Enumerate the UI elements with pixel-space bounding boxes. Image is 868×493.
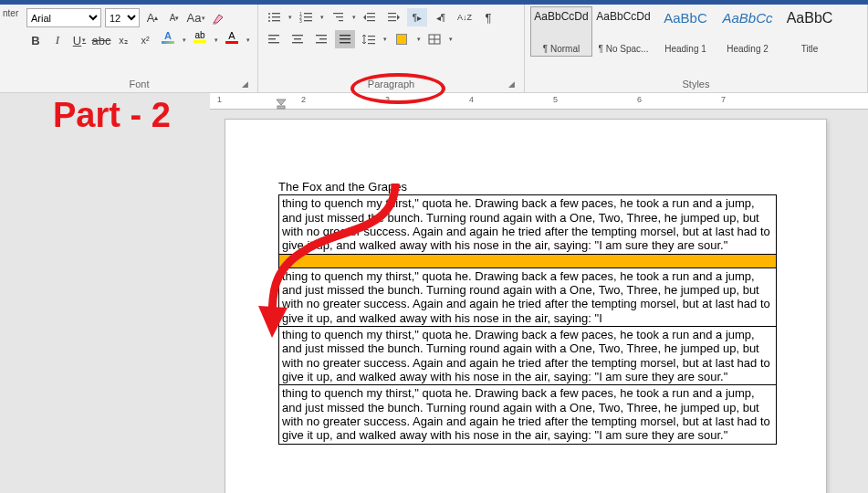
svg-point-4 (268, 20, 270, 22)
svg-rect-18 (388, 13, 396, 14)
bullets-dropdown[interactable]: ▾ (288, 14, 292, 21)
document-title: The Fox and the Grapes (278, 180, 777, 194)
svg-rect-17 (367, 20, 375, 21)
indent-marker-icon[interactable] (276, 99, 287, 110)
align-center-button[interactable] (288, 30, 308, 48)
numbering-button[interactable]: 123 (296, 8, 316, 26)
document-page[interactable]: The Fox and the Grapes thing to quench m… (225, 119, 827, 493)
svg-rect-7 (304, 13, 312, 14)
svg-rect-30 (340, 35, 350, 36)
svg-rect-16 (367, 16, 375, 17)
paragraph-cell-3[interactable]: thing to quench my thirst," quota he. Dr… (278, 326, 777, 384)
paragraph-cell-2[interactable]: thing to quench my thirst," quota he. Dr… (278, 267, 777, 326)
line-spacing-button[interactable] (359, 30, 379, 48)
italic-button[interactable]: I (48, 31, 67, 49)
align-justify-button[interactable] (335, 30, 355, 48)
grow-font-button[interactable]: A▴ (143, 9, 162, 27)
svg-rect-26 (292, 42, 303, 43)
svg-rect-13 (336, 16, 343, 17)
multilevel-dropdown[interactable]: ▾ (352, 14, 356, 21)
shading-button[interactable] (391, 30, 413, 48)
styles-group: AaBbCcDd¶ Normal AaBbCcDd¶ No Spac... Aa… (525, 5, 868, 92)
highlight-dropdown[interactable]: ▾ (214, 37, 218, 44)
font-size-select[interactable]: 12 (105, 8, 140, 27)
style-no-spacing[interactable]: AaBbCcDd¶ No Spac... (592, 6, 654, 57)
svg-rect-31 (340, 38, 350, 39)
increase-indent-button[interactable] (383, 8, 403, 26)
svg-rect-1 (272, 13, 280, 14)
svg-rect-29 (316, 42, 327, 43)
annotation-part-label: Part - 2 (53, 96, 171, 135)
bullets-button[interactable] (264, 8, 284, 26)
paragraph-cell-1[interactable]: thing to quench my thirst," quota he. Dr… (278, 194, 777, 253)
align-left-button[interactable] (264, 30, 284, 48)
svg-rect-39 (277, 106, 285, 109)
svg-point-0 (268, 13, 270, 15)
font-dialog-launcher[interactable]: ◢ (239, 79, 250, 90)
borders-dropdown[interactable]: ▾ (449, 36, 453, 43)
svg-rect-5 (272, 20, 280, 21)
font-color-dropdown[interactable]: ▾ (246, 37, 250, 44)
highlighted-empty-cell[interactable] (278, 254, 777, 267)
font-color-button[interactable]: A (222, 31, 242, 49)
svg-rect-23 (268, 42, 279, 43)
align-right-button[interactable] (311, 30, 331, 48)
paragraph-group: ▾ 123▾ ▾ ¶▸ ◂¶ A↓Z ¶ ▾ ▾ ▾ Paragraph (258, 5, 525, 92)
document-canvas: Part - 2 1 2 3 4 5 6 7 The Fox and the G… (0, 93, 868, 493)
numbering-dropdown[interactable]: ▾ (320, 14, 324, 21)
strikethrough-button[interactable]: abc (92, 31, 110, 49)
svg-text:3: 3 (299, 18, 302, 23)
svg-rect-14 (339, 20, 343, 21)
paragraph-cell-4[interactable]: thing to quench my thirst," quota he. Dr… (278, 384, 777, 444)
rtl-direction-button[interactable]: ◂¶ (431, 8, 451, 26)
show-marks-button[interactable]: ¶ (478, 8, 498, 26)
svg-rect-20 (388, 20, 396, 21)
svg-point-2 (268, 16, 270, 18)
shading-swatch-icon (396, 34, 407, 45)
style-heading1[interactable]: AaBbCHeading 1 (654, 6, 716, 57)
paragraph-dialog-launcher[interactable]: ◢ (506, 79, 517, 90)
clear-formatting-button[interactable] (209, 9, 227, 27)
ltr-direction-button[interactable]: ¶▸ (407, 8, 427, 26)
multilevel-list-button[interactable] (328, 8, 348, 26)
style-title[interactable]: AaBbCTitle (779, 6, 841, 57)
shrink-font-button[interactable]: A▾ (165, 9, 183, 27)
superscript-button[interactable]: x² (136, 31, 154, 49)
svg-rect-33 (368, 36, 375, 37)
svg-rect-35 (368, 43, 375, 44)
borders-button[interactable] (424, 30, 444, 48)
style-heading2[interactable]: AaBbCcHeading 2 (716, 6, 779, 57)
svg-rect-12 (333, 13, 343, 14)
svg-rect-3 (272, 16, 280, 17)
horizontal-ruler[interactable]: 1 2 3 4 5 6 7 (210, 93, 868, 110)
paragraph-group-label: Paragraph ◢ (264, 77, 518, 92)
text-effects-dropdown[interactable]: ▾ (183, 37, 186, 44)
svg-rect-19 (388, 16, 396, 17)
styles-group-label: Styles (530, 77, 862, 92)
svg-rect-34 (368, 39, 375, 40)
font-group-label: Font ◢ (26, 77, 252, 92)
svg-rect-21 (268, 35, 279, 36)
svg-rect-27 (316, 35, 327, 36)
style-normal[interactable]: AaBbCcDd¶ Normal (530, 6, 592, 57)
shading-dropdown[interactable]: ▾ (417, 36, 421, 43)
line-spacing-dropdown[interactable]: ▾ (383, 36, 387, 43)
bold-button[interactable]: B (26, 31, 45, 49)
underline-button[interactable]: U▾ (70, 31, 89, 49)
format-painter-label: nter (3, 8, 19, 18)
svg-rect-11 (304, 20, 312, 21)
format-painter-fragment: nter (0, 5, 21, 92)
svg-rect-9 (304, 16, 312, 17)
font-group: Arial 12 A▴ A▾ Aa▾ B I U▾ abc x₂ x² A ▾ … (21, 5, 258, 92)
ribbon: nter Arial 12 A▴ A▾ Aa▾ B I U▾ abc x₂ x²… (0, 5, 868, 93)
svg-rect-28 (319, 38, 327, 39)
svg-rect-32 (340, 42, 350, 43)
sort-button[interactable]: A↓Z (455, 8, 475, 26)
decrease-indent-button[interactable] (360, 8, 380, 26)
subscript-button[interactable]: x₂ (114, 31, 132, 49)
text-effects-button[interactable]: A (158, 31, 178, 49)
change-case-button[interactable]: Aa▾ (187, 9, 205, 27)
font-name-select[interactable]: Arial (26, 8, 101, 27)
svg-rect-25 (294, 38, 301, 39)
highlight-button[interactable]: ab (190, 31, 210, 49)
